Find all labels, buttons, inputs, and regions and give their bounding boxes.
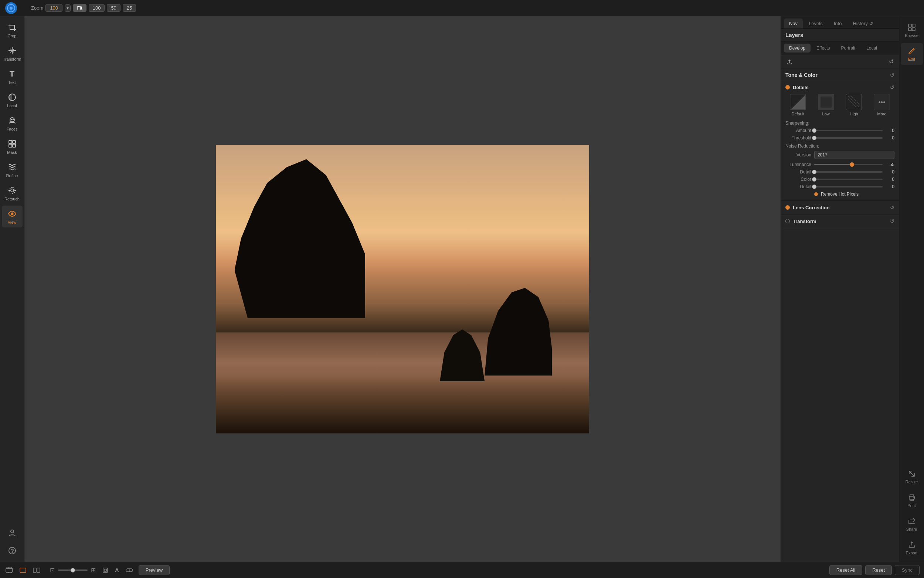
amount-slider[interactable] <box>814 130 883 131</box>
rock-right <box>485 283 552 376</box>
text-tool-icon[interactable]: A <box>114 566 120 574</box>
transform-dot <box>785 219 790 223</box>
tool-crop[interactable]: Crop <box>2 19 23 41</box>
svg-point-3 <box>10 3 12 5</box>
filmstrip-icon[interactable] <box>5 566 14 574</box>
version-label: Version <box>785 153 811 157</box>
lens-correction-section[interactable]: Lens Correction ↺ <box>781 201 899 214</box>
tool-help[interactable] <box>2 542 23 559</box>
zoom-100-button[interactable]: 100 <box>89 4 105 12</box>
svg-rect-40 <box>8 572 9 573</box>
zoom-fit-button[interactable]: Fit <box>73 4 86 12</box>
crop-label: Crop <box>8 34 17 38</box>
share-label: Share <box>906 527 917 531</box>
bottom-bar: ⊡ ⊞ A Preview Reset All Reset Sync <box>0 562 924 578</box>
canvas-icon[interactable] <box>101 566 109 574</box>
retouch-icon <box>7 185 17 196</box>
hot-pixels-label[interactable]: Remove Hot Pixels <box>821 192 859 197</box>
single-view-icon[interactable] <box>18 567 28 574</box>
zoom-25-button[interactable]: 25 <box>123 4 136 12</box>
version-select[interactable]: 2017 2012 2003 <box>814 151 895 159</box>
threshold-slider[interactable] <box>814 137 883 139</box>
edit-label: Edit <box>908 57 915 62</box>
sub-tabs: Develop Effects Portrait Local <box>781 41 899 55</box>
threshold-slider-row: Threshold 0 <box>785 135 895 141</box>
tool-faces[interactable]: Faces <box>2 112 23 134</box>
app-logo <box>5 2 18 15</box>
svg-rect-30 <box>912 28 915 31</box>
transform-reset[interactable]: ↺ <box>890 218 895 224</box>
subtab-effects[interactable]: Effects <box>811 44 835 52</box>
subtab-local[interactable]: Local <box>861 44 882 52</box>
detail2-slider[interactable] <box>814 186 883 187</box>
tone-color-reset[interactable]: ↺ <box>890 72 895 78</box>
details-reset[interactable]: ↺ <box>890 84 895 90</box>
svg-rect-28 <box>912 24 915 27</box>
svg-rect-38 <box>11 568 12 568</box>
preset-high[interactable]: High <box>841 94 867 116</box>
preset-low-label: Low <box>822 112 830 116</box>
far-right-print[interactable]: Print <box>901 489 923 511</box>
svg-point-15 <box>11 530 14 533</box>
color-slider[interactable] <box>814 179 883 180</box>
zoom-slider-track[interactable] <box>58 570 87 571</box>
print-icon <box>907 493 916 502</box>
tool-transform[interactable]: Transform <box>2 42 23 64</box>
preset-low[interactable]: Low <box>814 94 838 116</box>
panel-upload-icon[interactable] <box>785 58 793 66</box>
luminance-slider[interactable] <box>814 164 883 165</box>
tool-local[interactable]: Local <box>2 89 23 111</box>
tab-history[interactable]: History ↺ <box>848 18 878 28</box>
version-row: Version 2017 2012 2003 <box>785 151 895 159</box>
subtab-portrait[interactable]: Portrait <box>836 44 861 52</box>
zoom-value[interactable]: 100 <box>45 4 63 12</box>
svg-point-7 <box>13 119 13 120</box>
local-label: Local <box>7 104 17 108</box>
pill-icon[interactable] <box>125 567 134 574</box>
text-icon: T <box>7 69 17 79</box>
far-right-edit[interactable]: Edit <box>901 43 923 65</box>
zoom-controls: Zoom 100 ▾ Fit 100 50 25 <box>31 4 136 12</box>
lens-correction-title: Lens Correction <box>793 205 830 210</box>
transform-icon <box>7 45 17 56</box>
transform-left: Transform <box>785 219 816 224</box>
tool-refine[interactable]: Refine <box>2 159 23 181</box>
tool-text[interactable]: T Text <box>2 66 23 88</box>
tone-color-header[interactable]: Tone & Color ↺ <box>781 68 899 82</box>
zoom-dropdown-icon[interactable]: ▾ <box>65 5 71 12</box>
noise-reduction-label-row: Noise Reduction: <box>785 143 895 149</box>
subtab-develop[interactable]: Develop <box>784 44 811 52</box>
zoom-in-icon[interactable]: ⊞ <box>90 565 97 575</box>
preset-default[interactable]: Default <box>785 94 811 116</box>
details-header: Details ↺ <box>785 84 895 90</box>
lens-correction-reset[interactable]: ↺ <box>890 205 895 210</box>
zoom-50-button[interactable]: 50 <box>107 4 120 12</box>
detail-presets: Default Low <box>785 94 895 116</box>
zoom-out-icon[interactable]: ⊡ <box>49 565 56 575</box>
panel-reset-icon[interactable]: ↺ <box>888 57 895 66</box>
far-right-resize[interactable]: Resize <box>901 466 923 488</box>
tool-mask[interactable]: Mask <box>2 136 23 157</box>
detail2-label: Detail <box>785 184 811 189</box>
tab-info[interactable]: Info <box>829 18 847 28</box>
preset-more-icon: ••• <box>874 94 890 110</box>
preset-more[interactable]: ••• More <box>869 94 895 116</box>
preview-button[interactable]: Preview <box>139 565 170 575</box>
detail1-slider[interactable] <box>814 171 883 173</box>
transform-section[interactable]: Transform ↺ <box>781 214 899 228</box>
tool-retouch[interactable]: Retouch <box>2 182 23 204</box>
tool-view[interactable]: View <box>2 206 23 227</box>
reset-all-button[interactable]: Reset All <box>829 565 862 575</box>
far-right-export[interactable]: Export <box>901 537 923 559</box>
tab-levels[interactable]: Levels <box>804 18 828 28</box>
far-right-browse[interactable]: Browse <box>901 19 923 41</box>
svg-point-33 <box>914 497 914 498</box>
svg-point-12 <box>11 189 14 192</box>
tab-nav[interactable]: Nav <box>784 18 803 28</box>
compare-view-icon[interactable] <box>32 567 41 574</box>
sync-button[interactable]: Sync <box>895 565 919 575</box>
far-right-share[interactable]: Share <box>901 513 923 535</box>
tool-person[interactable] <box>2 525 23 541</box>
preset-low-icon <box>818 94 834 110</box>
reset-button[interactable]: Reset <box>865 565 892 575</box>
